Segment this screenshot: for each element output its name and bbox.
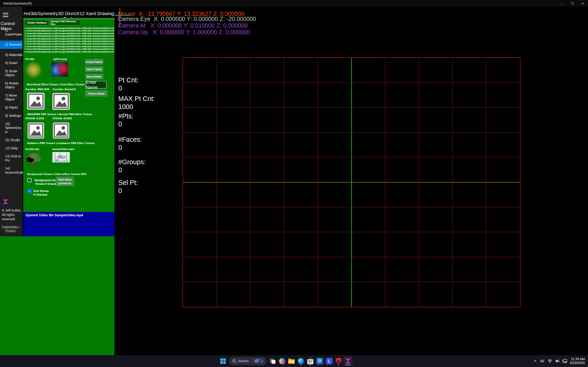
grid-cell[interactable] (250, 108, 284, 133)
background-picture-checkbox[interactable] (27, 178, 32, 182)
grid-cell[interactable] (250, 133, 284, 158)
start-button[interactable] (219, 357, 227, 365)
grid-cell[interactable] (453, 232, 486, 257)
grid-cell[interactable] (217, 83, 251, 108)
file-list-row[interactable]: C:\Users\hot3d\AppData\Local\Packages\38… (25, 29, 114, 32)
input-indicator-icon[interactable] (562, 359, 567, 363)
grid-cell[interactable] (351, 83, 385, 108)
video-texture-thumbnail[interactable] (52, 152, 70, 162)
task-view-button[interactable] (268, 357, 277, 365)
maximize-button[interactable]: ❐ (567, 0, 578, 7)
trademarks-link[interactable]: Trademarks (2, 225, 18, 228)
grid-cell[interactable] (419, 83, 453, 108)
grid-cell[interactable] (217, 232, 251, 257)
tree-texture-thumbnail[interactable] (26, 152, 42, 170)
grid-cell[interactable] (318, 157, 352, 182)
sidebar-menu-item[interactable]: 12) Help (0, 146, 23, 150)
file-list-row[interactable]: C:\Users\hot3d\AppData\Local\Packages\38… (25, 50, 114, 53)
file-list-row[interactable]: C:\Users\hot3d\AppData\Local\Packages\38… (25, 45, 114, 48)
sidebar-menu-item[interactable]: 6) Rotate Object (0, 81, 23, 90)
grid-cell[interactable] (183, 58, 217, 83)
grid-cell[interactable] (351, 207, 385, 232)
hamburger-menu-icon[interactable] (3, 13, 8, 18)
sidebar-menu-item[interactable]: 8) FileIO (0, 106, 23, 110)
palette-tab[interactable]: Palette FileName (25, 20, 49, 25)
grid-cell[interactable] (385, 58, 419, 83)
grid-cell[interactable] (318, 182, 352, 207)
fire-texture-thumbnail[interactable] (26, 61, 41, 79)
grid-cell[interactable] (250, 83, 284, 108)
grid-cell[interactable] (385, 282, 419, 307)
file-list[interactable]: C:\Users\hot3d\AppData\Local\Packages\38… (25, 27, 114, 53)
edge-button[interactable] (296, 357, 305, 365)
volume-icon[interactable] (555, 359, 560, 363)
sidebar-menu-item[interactable]: 5) Scale Object (0, 69, 23, 77)
grid-cell[interactable] (284, 207, 318, 232)
grid-cell[interactable] (453, 58, 486, 83)
grid-cell[interactable] (217, 108, 251, 133)
grid-cell[interactable] (250, 232, 284, 257)
grid-cell[interactable] (419, 58, 453, 83)
grid-cell[interactable] (486, 282, 520, 307)
search-input[interactable]: Search (238, 359, 250, 363)
grid-cell[interactable] (284, 182, 318, 207)
chevron-up-icon[interactable] (533, 359, 537, 363)
file-list-row[interactable]: C:\Users\hot3d\AppData\Local\Packages\38… (25, 40, 114, 42)
grid-cell[interactable] (250, 257, 284, 282)
grid-cell[interactable] (486, 133, 520, 158)
grid-cell[interactable] (318, 207, 352, 232)
file-list-row[interactable]: C:\Users\hot3d\AppData\Local\Packages\38… (25, 37, 114, 40)
store-button[interactable] (306, 357, 315, 365)
grid-cell[interactable] (486, 157, 520, 182)
grid-cell[interactable] (318, 108, 352, 133)
file-list-row[interactable]: C:\Users\hot3d\AppData\Local\Packages\38… (25, 48, 114, 50)
onedrive-paused-icon[interactable] (540, 359, 545, 363)
grid-cell[interactable] (318, 58, 352, 83)
minimize-button[interactable]: – (556, 0, 567, 7)
grid-cell[interactable] (318, 83, 352, 108)
file-list-row[interactable]: C:\Users\hot3d\AppData\Local\Packages\38… (25, 27, 114, 29)
grid-cell[interactable] (419, 157, 453, 182)
grid-cell[interactable] (385, 182, 419, 207)
grid-cell[interactable] (250, 282, 284, 307)
grid-cell[interactable] (217, 157, 251, 182)
grid-cell[interactable] (284, 108, 318, 133)
placeholder-image-icon[interactable] (27, 93, 44, 110)
grid-cell[interactable] (419, 182, 453, 207)
grid-cell[interactable] (351, 182, 385, 207)
grid-cell[interactable] (217, 207, 251, 232)
grid-cell[interactable] (284, 133, 318, 158)
grid-cell[interactable] (318, 257, 352, 282)
grid-cell[interactable] (453, 207, 486, 232)
sidebar-menu-item[interactable]: 4) Draw! (0, 61, 23, 65)
search-box[interactable]: Search (229, 357, 266, 365)
grid-cell[interactable] (183, 108, 217, 133)
grid-cell[interactable] (385, 257, 419, 282)
grid-cell[interactable] (486, 58, 520, 83)
drawing-viewport[interactable]: Mouse X: -13.795667 Y: 13.323627 Z: 0.00… (114, 7, 588, 355)
grid-cell[interactable] (385, 108, 419, 133)
grid-cell[interactable] (453, 83, 486, 108)
create-palette-button[interactable]: Create Palette (85, 59, 103, 65)
placeholder-image-icon[interactable] (27, 123, 44, 139)
grid-cell[interactable] (351, 108, 385, 133)
grid-cell[interactable] (217, 257, 251, 282)
grid-cell[interactable] (385, 133, 419, 158)
grid-cell[interactable] (453, 282, 486, 307)
grid-cell[interactable] (486, 83, 520, 108)
grid-cell[interactable] (183, 182, 217, 207)
palette-tab[interactable]: Sample Edit Filename Box (51, 20, 81, 25)
security-app-button[interactable] (334, 357, 343, 365)
wifi-secure-icon[interactable]: ! (548, 359, 553, 363)
outlook-button[interactable]: O (315, 357, 324, 365)
grid-cell[interactable] (318, 232, 352, 257)
grid-cell[interactable] (486, 257, 520, 282)
grid-cell[interactable] (351, 232, 385, 257)
grid-cell[interactable] (351, 133, 385, 158)
grid-cell[interactable] (183, 232, 217, 257)
grid-shows-checkbox[interactable]: ✓ (27, 189, 32, 193)
file-list-row[interactable]: C:\Users\hot3d\AppData\Local\Packages\38… (25, 32, 114, 35)
grid-cell[interactable] (453, 257, 486, 282)
grid-cell[interactable] (453, 182, 486, 207)
sidebar-menu-item[interactable]: 2) Textures (0, 41, 23, 49)
